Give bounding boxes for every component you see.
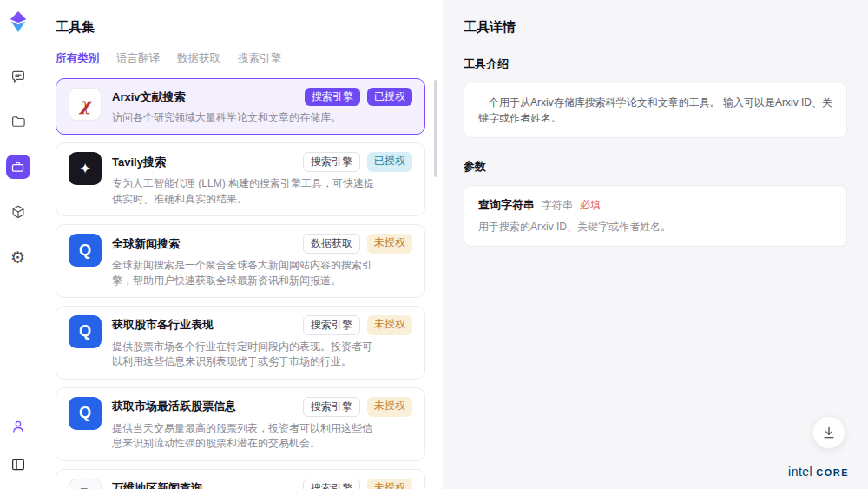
tab-language-translation[interactable]: 语言翻译 — [116, 51, 160, 66]
tool-description: 提供股票市场各个行业在特定时间段内的表现。投资者可以利用这些信息来识别表现优于或… — [112, 340, 374, 370]
auth-status-badge: 未授权 — [367, 234, 412, 254]
intro-text: 一个用于从Arxiv存储库搜索科学论文和文章的工具。 输入可以是Arxiv ID… — [478, 95, 832, 126]
q-logo-icon: Q — [69, 397, 102, 430]
sparkle-icon: ✦ — [69, 152, 102, 185]
param-type: 字符串 — [542, 198, 573, 213]
tool-description: 提供当天交易量最高的股票列表，投资者可以利用这些信息来识别流动性强的股票和潜在的… — [112, 421, 374, 452]
arxiv-icon: χ — [69, 88, 102, 121]
tool-name: 获取市场最活跃股票信息 — [112, 399, 236, 414]
tool-card-list: χ Arxiv文献搜索 搜索引擎 已授权 访问各个研究领域大量科学论文和文章的存… — [56, 78, 443, 489]
app-logo — [9, 10, 28, 36]
tool-name: 全球新闻搜索 — [112, 236, 180, 252]
auth-status-badge: 未授权 — [367, 397, 412, 417]
tool-card-regional-news[interactable]: 万维地区新闻查询 搜索引擎 未授权 查询具体行政区划内的新闻，快速了解各地新闻动… — [56, 469, 425, 489]
cube-icon[interactable] — [6, 200, 30, 224]
tool-description: 全球新闻搜索是一个聚合全球各大新闻网站内容的搜索引擎，帮助用户快速获取全球最新资… — [112, 258, 374, 288]
param-card: 查询字符串 字符串 必填 用于搜索的Arxiv ID、关键字或作者姓名。 — [464, 185, 847, 247]
tool-card-body: 全球新闻搜索 数据获取 未授权 全球新闻搜索是一个聚合全球各大新闻网站内容的搜索… — [112, 234, 412, 288]
q-logo-icon: Q — [69, 315, 102, 348]
folder-icon[interactable] — [6, 109, 30, 134]
tool-card-most-active-stocks[interactable]: Q 获取市场最活跃股票信息 搜索引擎 未授权 提供当天交易量最高的股票列表，投资… — [56, 387, 425, 461]
auth-status-badge: 未授权 — [367, 315, 412, 335]
category-badge: 搜索引擎 — [303, 152, 360, 172]
tool-card-body: 万维地区新闻查询 搜索引擎 未授权 查询具体行政区划内的新闻，快速了解各地新闻动… — [112, 479, 412, 489]
tool-card-tavily[interactable]: ✦ Tavily搜索 搜索引擎 已授权 专为人工智能代理 (LLM) 构建的搜索… — [56, 142, 425, 216]
chat-icon[interactable] — [6, 64, 30, 89]
tool-name: 获取股市各行业表现 — [112, 317, 214, 333]
auth-status-badge: 已授权 — [367, 88, 412, 106]
tab-search-engine[interactable]: 搜索引擎 — [238, 51, 281, 66]
download-button[interactable] — [812, 416, 845, 449]
params-heading: 参数 — [464, 159, 847, 175]
tools-panel-title: 工具集 — [56, 19, 443, 36]
auth-status-badge: 未授权 — [367, 479, 412, 489]
category-badge: 搜索引擎 — [303, 479, 360, 489]
tool-card-arxiv[interactable]: χ Arxiv文献搜索 搜索引擎 已授权 访问各个研究领域大量科学论文和文章的存… — [56, 78, 425, 135]
auth-status-badge: 已授权 — [367, 152, 412, 172]
tool-details-panel: 工具详情 工具介绍 一个用于从Arxiv存储库搜索科学论文和文章的工具。 输入可… — [443, 0, 868, 489]
toolbox-icon[interactable] — [6, 155, 30, 179]
user-icon[interactable] — [6, 414, 30, 439]
tool-card-sector-performance[interactable]: Q 获取股市各行业表现 搜索引擎 未授权 提供股票市场各个行业在特定时间段内的表… — [56, 306, 425, 380]
intel-core-logo: intel CORE — [788, 465, 849, 479]
q-logo-icon: Q — [69, 234, 102, 267]
intro-heading: 工具介绍 — [464, 56, 847, 72]
tool-card-body: 获取市场最活跃股票信息 搜索引擎 未授权 提供当天交易量最高的股票列表，投资者可… — [112, 397, 412, 452]
category-badge: 搜索引擎 — [305, 88, 360, 106]
details-title: 工具详情 — [464, 19, 847, 36]
category-tabs: 所有类别 语言翻译 数据获取 搜索引擎 — [56, 51, 443, 66]
tool-name: 万维地区新闻查询 — [112, 480, 202, 489]
param-name: 查询字符串 — [478, 197, 535, 213]
tool-name: Tavily搜索 — [112, 155, 166, 170]
category-badge: 搜索引擎 — [303, 397, 360, 417]
tool-card-global-news[interactable]: Q 全球新闻搜索 数据获取 未授权 全球新闻搜索是一个聚合全球各大新闻网站内容的… — [56, 224, 425, 298]
intel-logo-text: intel — [788, 465, 812, 479]
category-badge: 搜索引擎 — [303, 315, 360, 335]
tool-card-body: Arxiv文献搜索 搜索引擎 已授权 访问各个研究领域大量科学论文和文章的存储库… — [112, 88, 412, 125]
param-required-badge: 必填 — [580, 198, 601, 213]
tools-list-panel: 工具集 所有类别 语言翻译 数据获取 搜索引擎 χ Arxiv文献搜索 搜索引擎… — [36, 0, 443, 489]
tool-card-body: Tavily搜索 搜索引擎 已授权 专为人工智能代理 (LLM) 构建的搜索引擎… — [112, 152, 412, 207]
tool-description: 访问各个研究领域大量科学论文和文章的存储库。 — [112, 110, 374, 125]
intro-card: 一个用于从Arxiv存储库搜索科学论文和文章的工具。 输入可以是Arxiv ID… — [464, 83, 847, 138]
tool-name: Arxiv文献搜索 — [112, 89, 186, 105]
panel-toggle-icon[interactable] — [6, 453, 30, 477]
core-logo-text: CORE — [816, 467, 849, 478]
settings-gear-icon[interactable]: ⚙ — [6, 245, 30, 269]
tool-description: 专为人工智能代理 (LLM) 构建的搜索引擎工具，可快速提供实时、准确和真实的结… — [112, 176, 374, 207]
tab-data-fetching[interactable]: 数据获取 — [177, 51, 220, 66]
param-description: 用于搜索的Arxiv ID、关键字或作者姓名。 — [478, 220, 832, 235]
category-badge: 数据获取 — [303, 234, 360, 254]
tab-all-categories[interactable]: 所有类别 — [56, 51, 99, 66]
scrollbar-thumb[interactable] — [434, 80, 437, 177]
document-icon — [69, 479, 102, 489]
icon-rail: ⚙ — [0, 0, 36, 489]
tool-card-body: 获取股市各行业表现 搜索引擎 未授权 提供股票市场各个行业在特定时间段内的表现。… — [112, 315, 412, 370]
